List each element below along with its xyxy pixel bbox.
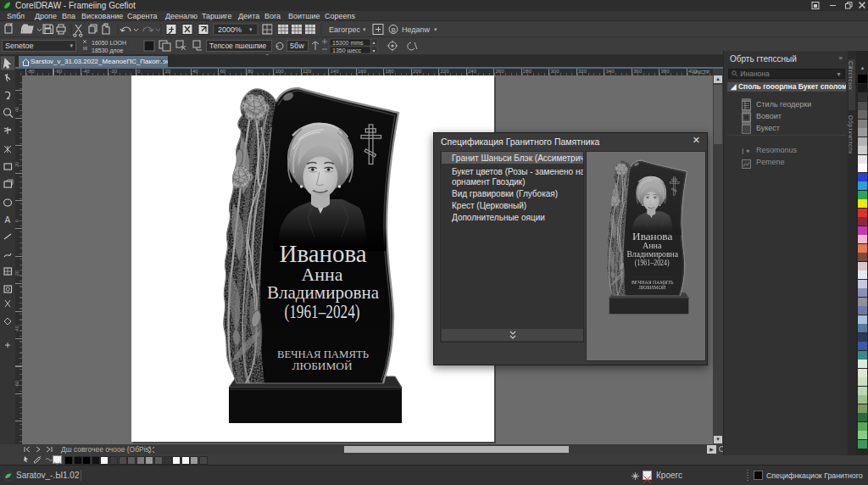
- svg-text:15300 mms: 15300 mms: [332, 40, 364, 46]
- svg-text:A: A: [5, 215, 11, 225]
- svg-text:Ⅰ: Ⅰ: [742, 148, 743, 156]
- svg-text:▾: ▾: [434, 26, 437, 32]
- svg-text:16050 ԼООН: 16050 ԼООН: [92, 40, 126, 46]
- svg-text:Недаnw: Недаnw: [402, 25, 431, 34]
- svg-text:▾: ▾: [373, 48, 376, 53]
- svg-text:2000%: 2000%: [218, 25, 242, 34]
- svg-text:Еагогрес: Еагогрес: [329, 25, 360, 34]
- svg-text:✱: ✱: [746, 148, 750, 153]
- svg-text:B: B: [392, 26, 396, 34]
- svg-text:18530 длое: 18530 длое: [92, 47, 124, 54]
- svg-text:1350 шесс: 1350 шесс: [332, 47, 362, 53]
- svg-text:▾: ▾: [363, 26, 366, 32]
- svg-text:▾: ▾: [249, 26, 253, 32]
- svg-text:▴: ▴: [373, 40, 376, 45]
